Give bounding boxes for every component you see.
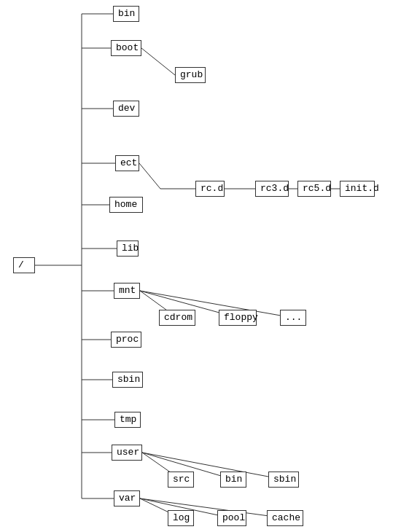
node-initd: init.d xyxy=(340,181,375,197)
node-ubin: bin xyxy=(220,472,246,488)
svg-line-4 xyxy=(141,48,175,75)
node-rc5d: rc5.d xyxy=(297,181,331,197)
node-bin: bin xyxy=(113,6,139,22)
node-usbin: sbin xyxy=(268,472,299,488)
node-floppy: floppy xyxy=(219,310,257,326)
node-rcd: rc.d xyxy=(195,181,225,197)
svg-line-24 xyxy=(142,453,284,480)
node-boot: boot xyxy=(111,40,141,56)
node-cache: cache xyxy=(267,510,303,526)
node-ellipsis: ... xyxy=(280,310,306,326)
node-grub: grub xyxy=(175,67,206,83)
node-cdrom: cdrom xyxy=(159,310,195,326)
node-tmp: tmp xyxy=(114,412,141,428)
node-ect: ect xyxy=(115,155,139,171)
node-home: home xyxy=(109,197,143,213)
node-pool: pool xyxy=(217,510,246,526)
node-lib: lib xyxy=(117,240,139,257)
svg-line-7 xyxy=(139,163,160,189)
node-user: user xyxy=(112,445,142,461)
node-dev: dev xyxy=(113,101,139,117)
node-proc: proc xyxy=(111,332,141,348)
node-mnt: mnt xyxy=(114,283,140,299)
node-root: / xyxy=(13,257,35,273)
svg-line-28 xyxy=(140,498,285,518)
node-rc3d: rc3.d xyxy=(255,181,289,197)
filesystem-tree: /binbootgrubdevectrc.drc3.drc5.dinit.dho… xyxy=(0,0,401,532)
node-log: log xyxy=(168,510,194,526)
node-var: var xyxy=(114,490,140,506)
node-usrc: src xyxy=(168,472,194,488)
node-sbin: sbin xyxy=(112,372,143,388)
